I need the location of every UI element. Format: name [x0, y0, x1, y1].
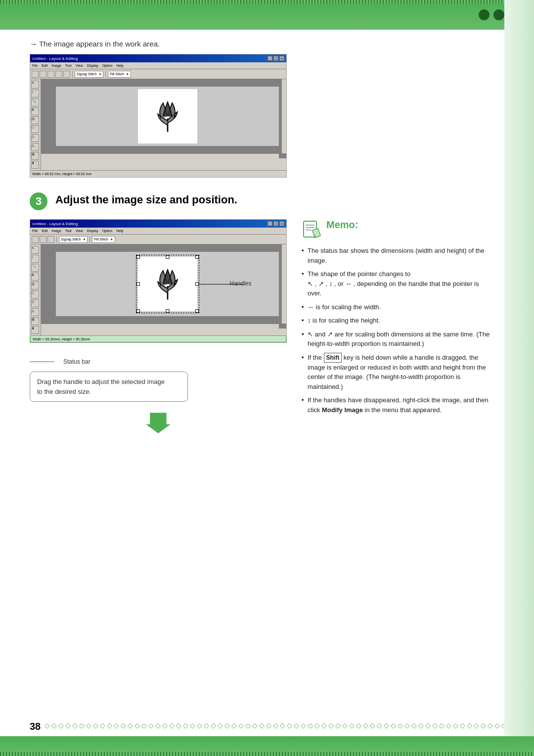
- sw2-menu-option[interactable]: Option: [102, 229, 113, 233]
- sw2-dropdown-1[interactable]: Zigzag Stitch ▼: [59, 236, 88, 243]
- sw2-dropdown2-arrow: ▼: [110, 238, 113, 241]
- sw1-menu-view[interactable]: View: [76, 64, 83, 67]
- sw1-dropdown2-arrow: ▼: [126, 73, 129, 76]
- handles-label: Handles: [229, 280, 251, 287]
- sw2-canvas-inner: Handles: [56, 252, 279, 316]
- memo-item-4-text: ↕ is for scaling the height.: [308, 317, 380, 324]
- sw1-ltool-10[interactable]: ⬇: [31, 161, 39, 169]
- sw2-close[interactable]: ×: [279, 221, 284, 226]
- sw2-ltool-10[interactable]: ⬇: [31, 326, 39, 334]
- memo-icon: [302, 219, 321, 239]
- sw2-ltool-1[interactable]: ↖: [31, 246, 39, 254]
- sw1-tool-5[interactable]: [63, 71, 70, 78]
- sw2-dropdown-2[interactable]: Fill Stitch ▼: [92, 236, 115, 243]
- sw2-ltool-9[interactable]: ⊞: [31, 317, 39, 325]
- sw2-ltool-2[interactable]: ↕: [31, 255, 39, 263]
- sw2-scrollbar-v[interactable]: [281, 244, 286, 324]
- sw2-menu-image[interactable]: Image: [51, 229, 61, 233]
- sw1-dropdown1-arrow: ▼: [98, 73, 101, 76]
- dot-2: [493, 9, 504, 20]
- sw1-tool-4[interactable]: [55, 71, 62, 78]
- green-arrow-icon: [146, 411, 171, 435]
- sw1-menu-file[interactable]: File: [32, 64, 38, 67]
- sw2-ltool-4[interactable]: A: [31, 273, 39, 281]
- sw1-minimize[interactable]: _: [267, 56, 272, 61]
- sw1-ltool-7[interactable]: ◇: [31, 134, 39, 142]
- handle-tl[interactable]: [136, 255, 140, 259]
- handle-bl[interactable]: [136, 309, 140, 313]
- sw2-maximize[interactable]: □: [273, 221, 278, 226]
- handle-bm[interactable]: [166, 309, 169, 313]
- handle-tm[interactable]: [166, 255, 169, 259]
- sw1-ltool-1[interactable]: ↖: [31, 81, 39, 89]
- sw2-titlebar: Untitled - Layout & Editing _ □ ×: [30, 220, 286, 228]
- sw2-ltool-8[interactable]: △: [31, 308, 39, 316]
- memo-item-1: The status bar shows the dimensions (wid…: [302, 246, 494, 265]
- sw1-tool-3[interactable]: [47, 71, 54, 78]
- sw1-dropdown-2[interactable]: Fill Stitch ▼: [108, 71, 131, 78]
- step3-row: 3 Adjust the image size and position.: [30, 191, 494, 210]
- sw2-scrollbar-h[interactable]: [41, 324, 279, 329]
- sw2-tool-1[interactable]: [32, 236, 39, 243]
- sw1-dropdown-1[interactable]: Zigzag Stitch ▼: [75, 71, 103, 78]
- sw1-ltool-8[interactable]: △: [31, 143, 39, 151]
- dot-1: [479, 9, 490, 20]
- memo-item-3-text: ↔ is for scaling the width.: [308, 303, 381, 311]
- sw1-menu-help[interactable]: Help: [116, 64, 123, 67]
- sw2-ltool-7[interactable]: ◇: [31, 299, 39, 307]
- main-content: → The image appears in the work area. Un…: [30, 35, 494, 726]
- sw2-statusbar: Width = 65.30mm, Height = 65.30mm: [30, 335, 286, 342]
- arrow-intro-text: → The image appears in the work area.: [30, 40, 494, 48]
- selection-border: [136, 255, 199, 313]
- sw2-tool-2[interactable]: [40, 236, 46, 243]
- callout-bubble: Drag the handle to adjust the selected i…: [30, 372, 188, 402]
- memo-item-7: If the handles have disappeared, right-c…: [302, 395, 494, 415]
- sw1-scrollbar-v[interactable]: [281, 79, 286, 153]
- sw1-menu-tool[interactable]: Tool: [65, 64, 72, 67]
- sw1-menu-image[interactable]: Image: [51, 64, 61, 67]
- sw1-tool-1[interactable]: [32, 71, 39, 78]
- sw1-ltool-5[interactable]: ◎: [31, 116, 39, 124]
- memo-item-6: If the Shift key is held down while a ha…: [302, 353, 494, 392]
- sw2-tool-3[interactable]: [47, 236, 54, 243]
- memo-item-6-text: If the Shift key is held down while a ha…: [308, 354, 486, 390]
- handle-mr[interactable]: [195, 283, 199, 286]
- sw1-ltool-2[interactable]: ↕: [31, 90, 39, 97]
- sw1-ltool-9[interactable]: ⊞: [31, 152, 39, 160]
- sw1-menu-option[interactable]: Option: [102, 64, 113, 67]
- sw1-tool-2[interactable]: [40, 71, 46, 78]
- sw1-close[interactable]: ×: [279, 56, 284, 61]
- sw2-dropdown1-text: Zigzag Stitch: [61, 237, 81, 241]
- memo-header: Memo:: [302, 219, 494, 239]
- sw1-ltool-4[interactable]: A: [31, 107, 39, 115]
- handle-br[interactable]: [195, 309, 199, 313]
- sw1-toolbar: Zigzag Stitch ▼ Fill Stitch ▼: [30, 69, 286, 79]
- sw2-menu-display[interactable]: Display: [87, 229, 98, 233]
- sw2-ltool-6[interactable]: □: [31, 290, 39, 298]
- sw1-maximize[interactable]: □: [273, 56, 278, 61]
- sw1-ltool-3[interactable]: 🔍: [31, 98, 39, 106]
- sw2-menu-edit[interactable]: Edit: [42, 229, 47, 233]
- sw1-menu-display[interactable]: Display: [87, 64, 98, 67]
- sw1-left-toolbar: ↖ ↕ 🔍 A ◎ □ ◇ △ ⊞ ⬇: [30, 79, 41, 170]
- sw1-scrollbar-h[interactable]: [41, 153, 279, 158]
- modify-image-text: Modify Image: [322, 406, 363, 414]
- sw2-menu-file[interactable]: File: [32, 229, 38, 233]
- memo-content: The status bar shows the dimensions (wid…: [302, 246, 494, 415]
- sw1-menu-edit[interactable]: Edit: [42, 64, 47, 67]
- sw2-minimize[interactable]: _: [267, 221, 272, 226]
- sw2-ltool-5[interactable]: ◎: [31, 282, 39, 289]
- sw2-menu-view[interactable]: View: [76, 229, 83, 233]
- sw2-ltool-3[interactable]: 🔍: [31, 264, 39, 272]
- bottom-stripe: [0, 736, 534, 756]
- sw1-ltool-6[interactable]: □: [31, 125, 39, 133]
- sw2-menu-help[interactable]: Help: [116, 229, 123, 233]
- sw2-dropdown1-arrow: ▼: [83, 238, 86, 241]
- sw2-canvas: Handles: [41, 244, 286, 329]
- left-column: Untitled - Layout & Editing _ □ × File E…: [30, 219, 287, 435]
- handle-ml[interactable]: [136, 283, 140, 286]
- arrow-symbol: →: [30, 40, 37, 48]
- sw2-menu-tool[interactable]: Tool: [65, 229, 72, 233]
- shift-keyword: Shift: [324, 353, 342, 363]
- handle-tr[interactable]: [195, 255, 199, 259]
